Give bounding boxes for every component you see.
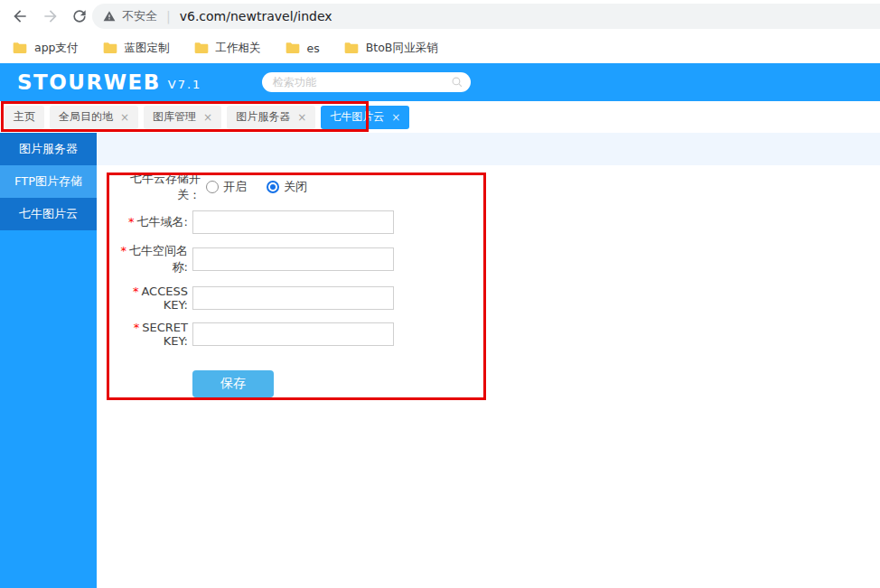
radio-icon[interactable] bbox=[206, 181, 219, 193]
field-label: *ACCESS KEY: bbox=[108, 285, 188, 312]
url-text[interactable]: v6.com/newtravel/index bbox=[180, 9, 332, 23]
required-mark: * bbox=[121, 244, 127, 257]
sidebar-item-ftp-storage[interactable]: FTP图片存储 bbox=[0, 165, 97, 198]
search-input[interactable]: 检索功能 bbox=[262, 72, 471, 92]
qiniu-domain-input[interactable] bbox=[192, 210, 394, 234]
field-label: *SECRET KEY: bbox=[108, 321, 188, 348]
qiniu-space-name-input[interactable] bbox=[192, 247, 394, 271]
app-header: STOURWEB V7.1 检索功能 bbox=[0, 63, 880, 101]
tab-global-destination[interactable]: 全局目的地 × bbox=[50, 106, 138, 129]
tab-label: 图库管理 bbox=[153, 109, 196, 125]
bookmark-label: 蓝图定制 bbox=[125, 41, 170, 56]
radio-option-on[interactable]: 开启 bbox=[206, 179, 247, 195]
required-mark: * bbox=[128, 215, 135, 229]
tab-label: 七牛图片云 bbox=[330, 109, 384, 125]
tab-image-server[interactable]: 图片服务器 × bbox=[227, 106, 315, 129]
radio-icon[interactable] bbox=[267, 181, 279, 193]
qiniu-settings-form: 七牛云存储开关： 开启 关闭 *七牛域名: *七牛空间名称: *ACCESS K… bbox=[108, 178, 484, 397]
page: 不安全 | v6.com/newtravel/index app支付 蓝图定制 … bbox=[0, 0, 880, 588]
bookmark-label: es bbox=[307, 42, 320, 55]
reload-icon[interactable] bbox=[70, 7, 89, 25]
bookmark-folder-app[interactable]: app支付 bbox=[13, 41, 79, 56]
sidebar-item-image-server[interactable]: 图片服务器 bbox=[0, 133, 97, 165]
content-top-strip bbox=[97, 133, 880, 165]
bookmark-folder-es[interactable]: es bbox=[286, 42, 320, 55]
sidebar: 图片服务器 FTP图片存储 七牛图片云 bbox=[0, 133, 97, 588]
field-label: *七牛域名: bbox=[108, 214, 188, 230]
folder-icon bbox=[344, 42, 359, 54]
radio-option-off[interactable]: 关闭 bbox=[267, 179, 307, 195]
tab-gallery-manage[interactable]: 图库管理 × bbox=[144, 106, 221, 129]
field-row-access-key: *ACCESS KEY: bbox=[108, 285, 484, 312]
bookmark-label: BtoB同业采销 bbox=[366, 41, 438, 56]
storage-switch-row: 七牛云存储开关： 开启 关闭 bbox=[108, 178, 484, 196]
folder-icon bbox=[286, 42, 300, 54]
switch-label: 七牛云存储开关： bbox=[108, 171, 201, 203]
search-icon bbox=[451, 76, 463, 89]
tab-qiniu-cloud[interactable]: 七牛图片云 × bbox=[321, 106, 409, 129]
bookmark-folder-work[interactable]: 工作相关 bbox=[194, 41, 261, 56]
bookmark-label: app支付 bbox=[34, 41, 79, 56]
tab-label: 主页 bbox=[14, 109, 35, 125]
tab-home[interactable]: 主页 × bbox=[5, 106, 44, 129]
browser-toolbar: 不安全 | v6.com/newtravel/index bbox=[0, 0, 880, 33]
close-icon[interactable]: × bbox=[391, 112, 400, 123]
address-bar[interactable]: 不安全 | v6.com/newtravel/index bbox=[92, 4, 880, 29]
folder-icon bbox=[194, 42, 209, 54]
logo-version: V7.1 bbox=[168, 78, 202, 91]
required-mark: * bbox=[133, 285, 139, 298]
address-separator: | bbox=[166, 9, 171, 23]
tab-bar: 主页 × 全局目的地 × 图库管理 × 图片服务器 × 七牛图片云 × bbox=[0, 101, 880, 133]
app-logo: STOURWEB V7.1 bbox=[17, 63, 201, 101]
security-label[interactable]: 不安全 bbox=[122, 8, 157, 24]
search-placeholder: 检索功能 bbox=[273, 75, 451, 90]
field-row-space-name: *七牛空间名称: bbox=[108, 243, 484, 275]
forward-icon[interactable] bbox=[42, 7, 60, 25]
folder-icon bbox=[103, 42, 117, 54]
tab-label: 图片服务器 bbox=[236, 109, 290, 125]
access-key-input[interactable] bbox=[192, 286, 394, 310]
folder-icon bbox=[13, 42, 27, 54]
field-row-secret-key: *SECRET KEY: bbox=[108, 321, 484, 348]
warning-triangle-icon bbox=[103, 10, 116, 23]
close-icon[interactable]: × bbox=[203, 112, 212, 123]
close-icon[interactable]: × bbox=[120, 112, 129, 123]
storage-switch-group: 开启 关闭 bbox=[206, 179, 307, 195]
field-label: *七牛空间名称: bbox=[108, 243, 188, 275]
logo-text: STOURWEB bbox=[17, 70, 161, 94]
tab-label: 全局目的地 bbox=[59, 109, 113, 125]
field-row-domain: *七牛域名: bbox=[108, 210, 484, 234]
back-icon[interactable] bbox=[11, 7, 29, 25]
required-mark: * bbox=[134, 321, 140, 334]
sidebar-item-qiniu-cloud[interactable]: 七牛图片云 bbox=[0, 198, 97, 230]
bookmark-label: 工作相关 bbox=[216, 41, 261, 56]
close-icon[interactable]: × bbox=[297, 112, 306, 123]
bookmark-folder-blueprint[interactable]: 蓝图定制 bbox=[103, 41, 170, 56]
radio-label: 开启 bbox=[223, 179, 247, 195]
secret-key-input[interactable] bbox=[192, 322, 394, 346]
bookmarks-bar: app支付 蓝图定制 工作相关 es BtoB同业采销 bbox=[0, 33, 880, 63]
save-button[interactable]: 保存 bbox=[192, 370, 274, 397]
bookmark-folder-btob[interactable]: BtoB同业采销 bbox=[344, 41, 438, 56]
radio-label: 关闭 bbox=[284, 179, 307, 195]
